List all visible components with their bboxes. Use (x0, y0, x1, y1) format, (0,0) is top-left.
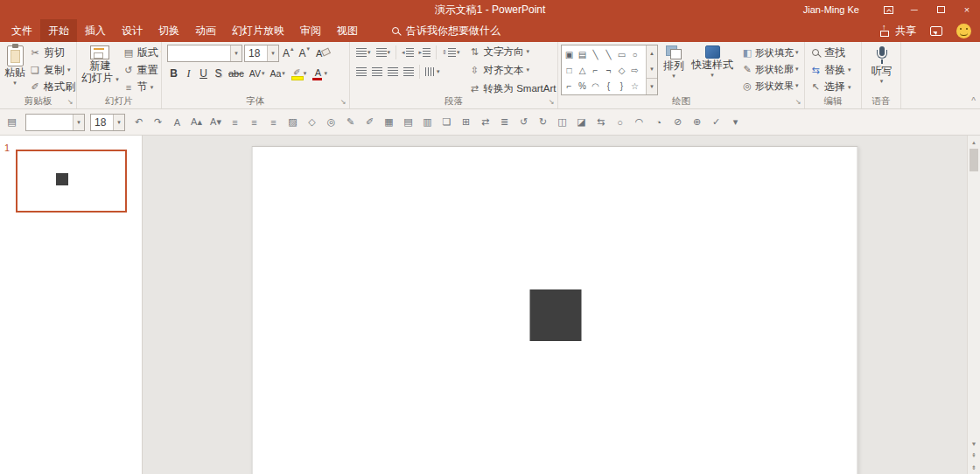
scrollbar-thumb[interactable] (970, 149, 978, 171)
shape-outline-button[interactable]: ✎ 形状轮廓 ▾ (740, 61, 800, 77)
insert-table-icon[interactable]: ▦ (381, 114, 397, 131)
distribute-icon[interactable]: ≣ (496, 114, 513, 131)
ribbon-display-options-button[interactable] (875, 0, 901, 19)
shape-effects-button[interactable]: ◎ 形状效果 ▾ (740, 78, 800, 94)
scroll-up-button[interactable]: ▲ (968, 136, 980, 149)
tab-transitions[interactable]: 切换 (150, 19, 187, 42)
copy-button[interactable]: ❏ 复制 ▾ (27, 62, 76, 79)
text-direction-button[interactable]: ⇅ 文字方向 ▾ (466, 45, 557, 59)
increase-indent-button[interactable]: ▸ (417, 45, 433, 59)
combo-arrow-icon[interactable]: ▾ (267, 45, 278, 61)
reset-button[interactable]: ↺ 重置 (121, 62, 161, 79)
align-left-button[interactable] (354, 64, 368, 79)
crop-icon[interactable]: ⊞ (458, 114, 474, 131)
qt-font-name-combo[interactable]: ▾ (25, 114, 85, 131)
justify-button[interactable] (402, 64, 416, 79)
slide-rectangle-shape[interactable] (530, 289, 582, 341)
decrease-indent-button[interactable]: ◂ (400, 45, 416, 59)
tell-me-box[interactable]: 告诉我你想要做什么 (392, 19, 500, 42)
shape-effects-icon[interactable]: ◎ (323, 114, 340, 131)
drawing-dialog-launcher[interactable]: ↘ (794, 98, 802, 107)
recent-rectangle-tool-icon[interactable]: ▣ (563, 47, 576, 61)
oval-tool-icon[interactable]: ○ (628, 47, 641, 61)
swap-icon[interactable]: ⇄ (477, 114, 494, 131)
slide-canvas[interactable] (143, 136, 967, 474)
more-commands-icon[interactable]: ▾ (727, 114, 744, 131)
shape-outline-icon[interactable]: ◇ (304, 114, 320, 131)
triangle-tool-icon[interactable]: △ (576, 63, 589, 77)
section-button[interactable]: ≡ 节 ▾ (121, 79, 161, 95)
page-icon[interactable]: ▤ (4, 114, 20, 131)
previous-slide-button[interactable]: ⇞ (968, 450, 980, 462)
font-size-combo[interactable]: 18 ▾ (244, 45, 279, 62)
qt-font-size-combo[interactable]: 18 ▾ (90, 114, 125, 131)
highlight-icon[interactable]: ✐ (361, 114, 378, 131)
numbering-button[interactable]: ▾ (374, 45, 393, 59)
font-color-button[interactable]: A▾ (310, 66, 329, 81)
tab-insert[interactable]: 插入 (77, 19, 114, 42)
line-arrow-tool-icon[interactable]: ╲ (602, 47, 615, 61)
elbow-arrow-tool-icon[interactable]: ¬ (602, 63, 615, 77)
next-slide-button[interactable]: ⇟ (968, 462, 980, 474)
square-tool-icon[interactable]: □ (563, 63, 576, 77)
change-case-button[interactable]: Aa▾ (269, 66, 287, 81)
paragraph-dialog-launcher[interactable]: ↘ (547, 98, 556, 107)
character-spacing-button[interactable]: AV▾ (248, 66, 267, 81)
shapes-scroll-up-button[interactable]: ▲ (647, 45, 657, 61)
scroll-down-button[interactable]: ▼ (968, 437, 980, 450)
elbow-connector-tool-icon[interactable]: ⌐ (589, 63, 602, 77)
shape-fill-icon[interactable]: ▨ (284, 114, 301, 131)
decrease-font-size-button[interactable]: A▾ (298, 45, 312, 61)
underline-button[interactable]: U (197, 66, 210, 81)
diamond-tool-icon[interactable]: ◇ (615, 63, 628, 77)
bold-button[interactable]: B (167, 66, 180, 81)
share-button[interactable]: ↑ 共享 (879, 24, 916, 38)
clear-formatting-button[interactable]: A (313, 45, 332, 61)
font-dialog-launcher[interactable]: ↘ (339, 98, 347, 107)
collapse-ribbon-button[interactable]: ^ (971, 96, 976, 106)
oval-tool-icon[interactable]: ○ (612, 114, 628, 131)
combo-arrow-icon[interactable]: ▾ (230, 45, 242, 61)
align-right-icon[interactable]: ≡ (265, 114, 282, 131)
arc-tool-icon[interactable]: ◠ (631, 114, 648, 131)
bring-forward-icon[interactable]: ◫ (554, 114, 570, 131)
line-spacing-button[interactable]: ⇕▾ (440, 45, 461, 59)
increase-font-size-icon[interactable]: A▴ (188, 114, 205, 131)
vertical-scrollbar[interactable]: ▲ ▼ ⇞ ⇟ (967, 136, 980, 474)
star-tool-icon[interactable]: ☆ (628, 79, 641, 93)
line-tool-icon[interactable]: ╲ (589, 47, 602, 61)
cut-button[interactable]: ✂ 剪切 (27, 45, 76, 61)
insert-chart-icon[interactable]: ▥ (419, 114, 436, 131)
layout-button[interactable]: ▤ 版式 ▾ (121, 45, 161, 61)
right-arrow-tool-icon[interactable]: ⇨ (628, 63, 641, 77)
tab-animations[interactable]: 动画 (187, 19, 224, 42)
font-color-icon[interactable]: A (169, 114, 186, 131)
quick-styles-button[interactable]: 快速样式 ▾ (690, 45, 735, 95)
copy-style-icon[interactable]: ❏ (438, 114, 455, 131)
convert-smartart-button[interactable]: ⇄ 转换为 SmartArt ▾ (466, 81, 557, 95)
shapes-scroll-down-button[interactable]: ▼ (647, 61, 657, 77)
tab-view[interactable]: 视图 (329, 19, 366, 42)
dictate-button[interactable]: 听写 ▾ (870, 45, 894, 95)
bullets-button[interactable]: ▾ (354, 45, 373, 59)
clipboard-dialog-launcher[interactable]: ↘ (66, 98, 74, 107)
check-icon[interactable]: ✓ (708, 114, 724, 131)
align-right-button[interactable] (386, 64, 400, 79)
highlight-color-button[interactable]: ✐▾ (289, 66, 309, 81)
close-button[interactable]: × (954, 0, 980, 19)
flip-horizontal-icon[interactable]: ⇆ (592, 114, 609, 131)
pie-shape-icon[interactable]: ◔ (650, 114, 667, 131)
slide-1-thumbnail[interactable] (16, 150, 127, 213)
decrease-font-size-icon[interactable]: A▾ (207, 114, 224, 131)
arrange-button[interactable]: 排列 ▾ (662, 45, 686, 95)
send-backward-icon[interactable]: ◪ (573, 114, 590, 131)
find-button[interactable]: 查找 (808, 45, 853, 61)
select-button[interactable]: ↖ 选择 ▾ (808, 79, 853, 95)
recent-textbox-tool-icon[interactable]: ▤ (576, 47, 589, 61)
columns-button[interactable]: ▾ (424, 64, 442, 79)
maximize-button[interactable] (928, 0, 954, 19)
right-brace-tool-icon[interactable]: } (615, 79, 628, 93)
format-painter-button[interactable]: ✐ 格式刷 (27, 79, 76, 95)
font-name-combo[interactable]: ▾ (167, 45, 242, 62)
minimize-button[interactable]: ─ (901, 0, 928, 19)
